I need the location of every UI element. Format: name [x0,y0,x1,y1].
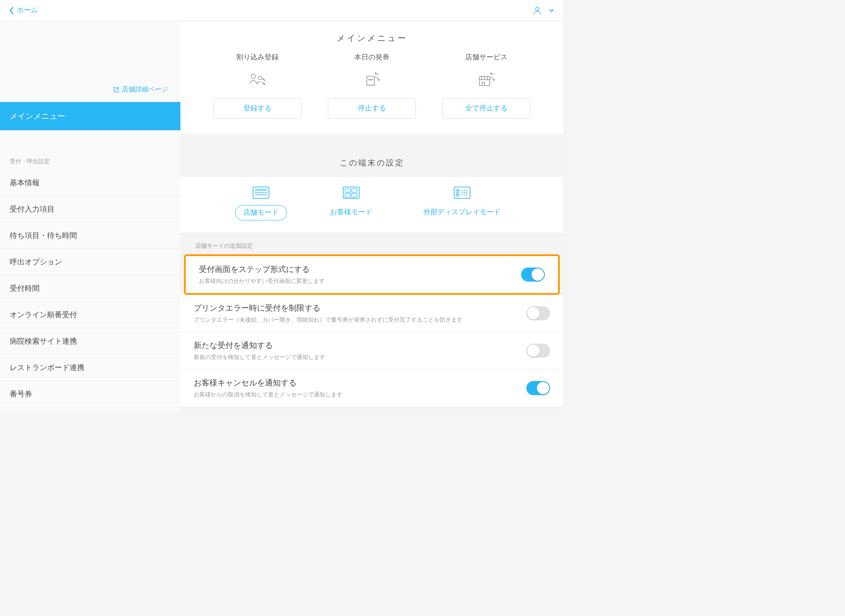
sidebar-item[interactable]: 待ち項目・待ち時間 [0,223,180,249]
menu-card-store-service: 店舗サービス 全て停止する [442,53,530,119]
mode-tab-label: 外部ディスプレイモード [415,205,509,220]
svg-rect-7 [255,189,267,191]
svg-rect-12 [352,189,357,192]
svg-point-4 [370,79,371,80]
mode-tab-label: 店舗モード [235,205,287,220]
mode-tabs: 店舗モード お客様モード 外部ディスプレイモード [180,177,563,233]
header: ホーム [0,0,563,21]
svg-point-21 [464,192,465,194]
svg-point-17 [462,190,463,191]
svg-point-19 [466,190,467,191]
svg-point-2 [258,76,262,80]
people-cycle-icon [213,68,301,93]
setting-title: お客様キャンセルを通知する [194,378,342,388]
menu-card-label: 本日の発券 [328,53,416,62]
customer-mode-icon [322,185,380,201]
store-cycle-icon [442,68,530,93]
svg-rect-11 [345,189,350,192]
menu-card-label: 割り込み登録 [213,53,301,62]
sidebar-item[interactable]: レストランボード連携 [0,355,180,381]
sidebar-item[interactable]: 受付時間 [0,275,180,302]
svg-rect-14 [352,194,357,197]
setting-row-cancel-notify: お客様キャンセルを通知する お客様からの取消を検知して音とメッセージで通知します [180,370,563,407]
toggle-cancel-notify[interactable] [526,381,550,395]
setting-title: プリンタエラー時に受付を制限する [194,303,463,313]
toggle-printer-error[interactable] [526,306,550,320]
toggle-new-reception[interactable] [526,344,550,358]
main-menu-title: メインメニュー [180,21,563,50]
main-menu-panel: メインメニュー 割り込み登録 登録する 本日の発券 停止 [180,21,563,134]
mode-tab-customer[interactable]: お客様モード [322,185,380,220]
sidebar-item[interactable]: 病院検索サイト連携 [0,328,180,355]
sidebar-item[interactable]: 呼出オプション [0,249,180,275]
toggle-step-form[interactable] [521,268,545,282]
setting-desc: 新規の受付を検知して音とメッセージで通知します [194,353,325,361]
external-display-mode-icon [415,185,509,201]
highlighted-setting: 受付画面をステップ形式にする お客様向けの分かりやすい受付画面に変更します [184,254,560,295]
stop-all-button[interactable]: 全て停止する [442,98,530,119]
terminal-title: この端末の設定 [180,144,563,177]
svg-point-18 [464,190,465,191]
setting-title: 受付画面をステップ形式にする [199,264,325,275]
menu-card-ticket: 本日の発券 停止する [328,53,416,119]
external-link-icon [113,87,119,93]
store-detail-link[interactable]: 店舗詳細ページ [0,78,180,102]
setting-row-step-form: 受付画面をステップ形式にする お客様向けの分かりやすい受付画面に変更します [186,256,558,293]
svg-rect-9 [255,194,267,195]
svg-point-25 [466,194,467,196]
setting-desc: プリンタエラー（未接続、カバー開き、用紙切れ）で番号券が発券されずに受付完了する… [194,316,463,324]
mode-tab-store[interactable]: 店舗モード [235,185,287,220]
menu-card-label: 店舗サービス [442,53,530,62]
back-label: ホーム [17,6,38,15]
setting-row-printer-error: プリンタエラー時に受付を制限する プリンタエラー（未接続、カバー開き、用紙切れ）… [180,295,563,332]
stop-button[interactable]: 停止する [328,98,416,119]
chevron-left-icon [9,7,14,15]
sidebar-item-main-menu[interactable]: メインメニュー [0,102,180,130]
header-right [533,6,555,15]
main: メインメニュー 割り込み登録 登録する 本日の発券 停止 [180,21,563,411]
sidebar-section-label: 受付・呼出設定 [0,148,180,170]
setting-row-new-reception: 新たな受付を通知する 新規の受付を検知して音とメッセージで通知します [180,332,563,370]
store-mode-icon [235,185,287,201]
svg-point-5 [372,79,373,80]
mode-tab-label: お客様モード [322,205,380,220]
chevron-down-icon[interactable] [548,7,555,14]
back-button[interactable]: ホーム [9,6,38,15]
sidebar-item[interactable]: 基本情報 [0,170,180,196]
mode-tab-external[interactable]: 外部ディスプレイモード [415,185,509,220]
terminal-settings-panel: この端末の設定 店舗モード お客様モード [180,144,563,407]
receipt-cycle-icon [328,68,416,93]
svg-point-22 [466,192,467,194]
svg-point-1 [251,74,256,79]
svg-rect-13 [345,194,350,197]
svg-point-24 [464,194,465,196]
svg-point-0 [536,7,539,11]
svg-rect-16 [456,189,459,197]
svg-point-23 [462,194,463,196]
register-button[interactable]: 登録する [213,98,301,119]
setting-title: 新たな受付を通知する [194,340,325,351]
svg-point-20 [462,192,463,194]
sidebar-item[interactable]: オンライン順番受付 [0,302,180,328]
sidebar-item[interactable]: 番号券 [0,381,180,407]
setting-desc: お客様向けの分かりやすい受付画面に変更します [199,277,325,285]
sidebar: 店舗詳細ページ メインメニュー 受付・呼出設定 基本情報 受付入力項目 待ち項目… [0,21,180,411]
menu-card-interrupt: 割り込み登録 登録する [213,53,301,119]
svg-rect-8 [255,192,267,193]
setting-desc: お客様からの取消を検知して音とメッセージで通知します [194,391,342,399]
settings-section-label: 店舗モードの追加設定 [180,233,563,254]
store-detail-link-label: 店舗詳細ページ [122,85,168,94]
user-icon[interactable] [533,6,542,15]
sidebar-item[interactable]: 受付入力項目 [0,196,180,223]
svg-point-3 [368,79,369,80]
